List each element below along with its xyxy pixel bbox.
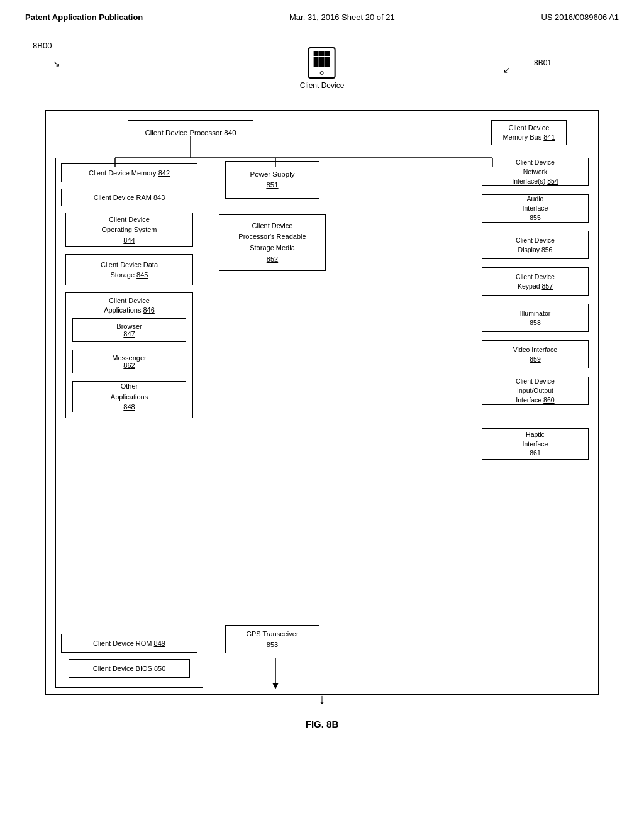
haptic-interface-label: HapticInterface861 (523, 430, 548, 458)
power-supply-num: 851 (266, 181, 278, 189)
display-label: Client DeviceDisplay 856 (516, 236, 555, 254)
display-num: 856 (541, 246, 553, 253)
gps-box: GPS Transceiver853 (225, 625, 319, 653)
applications-label: Client DeviceApplications 846 (66, 296, 192, 316)
illuminator-num: 858 (530, 319, 541, 326)
other-apps-box: OtherApplications848 (72, 381, 186, 412)
ram-label: Client Device RAM 843 (94, 194, 165, 201)
memory-box: Client Device Memory 842 (61, 163, 197, 182)
bios-label: Client Device BIOS 850 (93, 665, 166, 672)
middle-section: Power Supply851 Client DeviceProcessor's… (213, 158, 332, 688)
grid-cell (319, 62, 325, 67)
grid-cell (314, 57, 319, 62)
gps-num: 853 (267, 641, 278, 648)
page-header: Patent Application Publication Mar. 31, … (25, 13, 619, 22)
label-8b00: 8B00 (33, 41, 52, 50)
grid-cell (319, 51, 325, 56)
grid-cell (314, 62, 319, 67)
video-interface-num: 859 (530, 355, 541, 363)
memory-bus-box: Client DeviceMemory Bus 841 (491, 120, 567, 145)
keypad-num: 857 (541, 282, 553, 290)
bios-num: 850 (154, 665, 165, 672)
grid-cell (314, 51, 319, 56)
keypad-label: Client DeviceKeypad 857 (516, 272, 555, 290)
arrow-8b00-icon: ↘ (53, 58, 60, 69)
memory-bus-label: Client DeviceMemory Bus 841 (502, 123, 555, 143)
phone-icon (308, 47, 336, 79)
down-arrow-icon: ↓ (319, 692, 326, 706)
rom-box: Client Device ROM 849 (61, 634, 197, 653)
right-section: Client DeviceNetworkInterface(s) 854 Aud… (482, 158, 589, 688)
haptic-interface-num: 861 (530, 449, 541, 456)
left-section: Client Device Memory 842 Client Device R… (55, 158, 203, 688)
browser-label: Browser847 (116, 323, 142, 338)
rom-num: 849 (154, 639, 165, 647)
network-interface-label: Client DeviceNetworkInterface(s) 854 (512, 158, 558, 185)
audio-interface-label: AudioInterface855 (523, 194, 548, 222)
phone-button (320, 71, 324, 75)
os-label: Client DeviceOperating System844 (101, 214, 157, 246)
grid-cell (325, 51, 330, 56)
fig-label: FIG. 8B (33, 719, 611, 729)
display-box: Client DeviceDisplay 856 (482, 231, 589, 259)
readable-storage-num: 852 (267, 255, 278, 263)
keypad-box: Client DeviceKeypad 857 (482, 267, 589, 296)
phone-grid-rows (314, 51, 330, 67)
processor-label: Client Device Processor 840 (145, 129, 236, 136)
memory-bus-num: 841 (543, 133, 555, 141)
arrow-8b01-icon: ↙ (503, 65, 511, 75)
data-storage-num: 845 (136, 271, 148, 279)
client-device-label: Client Device (300, 81, 345, 90)
client-device-icon-area: Client Device (300, 47, 345, 90)
video-interface-label: Video Interface859 (513, 345, 557, 363)
browser-box: Browser847 (72, 318, 186, 342)
power-supply-label: Power Supply851 (250, 169, 295, 191)
grid-cell (319, 57, 325, 62)
ram-num: 843 (153, 194, 165, 201)
os-num: 844 (123, 236, 135, 244)
header-date: Mar. 31, 2016 Sheet 20 of 21 (289, 13, 395, 22)
page: Patent Application Publication Mar. 31, … (0, 0, 644, 830)
io-interface-label: Client DeviceInput/OutputInterface 860 (516, 377, 555, 404)
power-supply-box: Power Supply851 (225, 161, 319, 199)
data-storage-label: Client Device DataStorage 845 (101, 260, 158, 280)
other-apps-num: 848 (123, 403, 135, 411)
bios-box: Client Device BIOS 850 (69, 659, 190, 678)
grid-cell (325, 62, 330, 67)
io-interface-box: Client DeviceInput/OutputInterface 860 (482, 377, 589, 405)
memory-num: 842 (158, 169, 170, 177)
rom-label: Client Device ROM 849 (93, 639, 165, 647)
memory-label: Client Device Memory 842 (89, 169, 170, 177)
readable-storage-label: Client DeviceProcessor's ReadableStorage… (238, 221, 306, 265)
main-box: Client Device Processor 840 Client Devic… (45, 110, 599, 695)
processor-box: Client Device Processor 840 (128, 120, 253, 145)
data-storage-box: Client Device DataStorage 845 (65, 254, 193, 285)
browser-num: 847 (123, 330, 135, 338)
header-publication: Patent Application Publication (25, 13, 143, 22)
applications-box: Client DeviceApplications 846 Browser847… (65, 292, 193, 418)
network-interface-num: 854 (547, 177, 558, 185)
messenger-label: Messenger862 (112, 354, 146, 369)
diagram-area: 8B00 ↘ Client Device (33, 41, 611, 733)
ram-box: Client Device RAM 843 (61, 189, 197, 206)
audio-interface-num: 855 (530, 214, 541, 221)
illuminator-label: Illuminator858 (520, 309, 550, 327)
network-interface-box: Client DeviceNetworkInterface(s) 854 (482, 158, 589, 186)
label-8b01: 8B01 (534, 58, 552, 67)
other-apps-label: OtherApplications848 (111, 381, 148, 412)
messenger-num: 862 (123, 362, 135, 369)
readable-storage-box: Client DeviceProcessor's ReadableStorage… (219, 214, 326, 271)
audio-interface-box: AudioInterface855 (482, 194, 589, 223)
messenger-box: Messenger862 (72, 350, 186, 374)
grid-cell (325, 57, 330, 62)
video-interface-box: Video Interface859 (482, 340, 589, 368)
header-patent-number: US 2016/0089606 A1 (541, 13, 619, 22)
processor-num: 840 (224, 129, 236, 136)
illuminator-box: Illuminator858 (482, 304, 589, 332)
gps-label: GPS Transceiver853 (246, 629, 298, 650)
os-box: Client DeviceOperating System844 (65, 213, 193, 247)
applications-num: 846 (143, 306, 155, 314)
io-interface-num: 860 (543, 396, 555, 404)
haptic-interface-box: HapticInterface861 (482, 428, 589, 460)
